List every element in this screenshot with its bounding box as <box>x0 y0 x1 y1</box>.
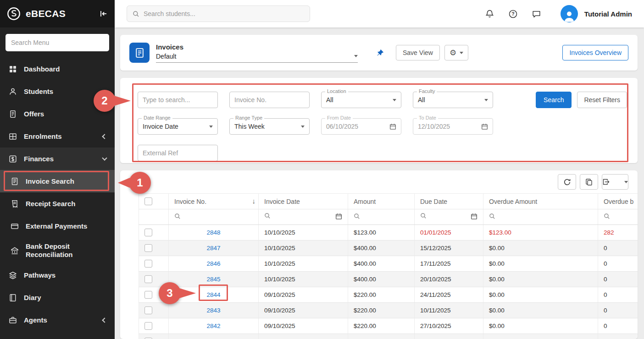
invoice-link[interactable]: 2843 <box>206 307 220 314</box>
sidebar-item-pathways[interactable]: Pathways <box>0 264 115 286</box>
student-search-input[interactable] <box>144 10 304 17</box>
pin-view-icon[interactable] <box>376 49 384 57</box>
calendar-icon[interactable] <box>389 123 396 130</box>
sort-descending-icon[interactable]: ↓ <box>252 197 256 205</box>
keyword-search-input[interactable] <box>143 96 213 104</box>
calendar-icon[interactable] <box>481 123 488 130</box>
location-select[interactable]: Location All <box>321 92 401 108</box>
sidebar-item-students[interactable]: Students <box>0 80 115 103</box>
calendar-icon[interactable] <box>335 213 342 221</box>
column-header-invoice-date[interactable]: Invoice Date <box>259 194 348 209</box>
brand-name: eBECAS <box>26 8 66 19</box>
filter-row-3 <box>138 145 627 161</box>
select-all-checkbox[interactable] <box>144 197 152 205</box>
sidebar-item-diary[interactable]: Diary <box>0 286 115 309</box>
external-ref-input[interactable] <box>143 149 213 157</box>
invoice-link[interactable]: 2842 <box>206 323 220 329</box>
invoice-no-field <box>229 92 310 108</box>
overdue-by-cell: 0 <box>598 318 638 334</box>
row-checkbox[interactable] <box>144 306 152 314</box>
from-date-field[interactable]: From Date 06/10/2025 <box>321 118 401 135</box>
view-settings-button[interactable]: ⚙ <box>444 45 468 60</box>
collapse-sidebar-icon[interactable] <box>99 9 108 18</box>
sidebar-item-offers[interactable]: Offers <box>0 103 115 125</box>
faculty-select[interactable]: Faculty All <box>413 92 493 108</box>
chevron-down-icon <box>301 126 305 128</box>
overdue-by-cell: 0 <box>598 272 638 287</box>
column-header-overdue-by[interactable]: Overdue b <box>598 194 638 209</box>
sidebar-item-invoice-search[interactable]: Invoice Search <box>0 170 115 192</box>
sidebar-menu-search <box>6 34 109 51</box>
invoice-link[interactable]: 2844 <box>206 291 220 298</box>
menu-search-input[interactable] <box>6 34 109 51</box>
amount-cell: $400.00 <box>348 241 415 256</box>
search-icon <box>133 11 139 17</box>
due-date-cell: 17/11/2025 <box>415 256 483 272</box>
invoice-link[interactable]: 2845 <box>206 276 220 283</box>
row-checkbox[interactable] <box>144 275 152 283</box>
sidebar-item-receipt-search[interactable]: Receipt Search <box>0 192 115 215</box>
filter-overdue-by[interactable] <box>598 209 638 225</box>
row-checkbox[interactable] <box>144 260 152 268</box>
help-icon[interactable]: ? <box>508 9 518 19</box>
amount-cell: $220.00 <box>348 318 415 334</box>
sidebar-item-external-payments[interactable]: External Payments <box>0 215 115 237</box>
pathways-icon <box>8 271 17 279</box>
sidebar-item-agents[interactable]: Agents <box>0 309 115 331</box>
sidebar-item-crm[interactable]: CRM <box>0 331 115 339</box>
amount-cell: $400.00 <box>348 272 415 287</box>
sidebar-item-finances[interactable]: Finances <box>0 148 115 170</box>
column-header-amount[interactable]: Amount <box>348 194 415 209</box>
select-all-cell <box>139 194 169 209</box>
view-select[interactable]: Default <box>156 53 358 63</box>
notifications-bell-icon[interactable] <box>485 9 494 19</box>
sidebar: eBECAS Dashboard Students Offers <box>0 0 115 339</box>
table-row: 2842 09/10/2025 $220.00 27/10/2025 $0.00… <box>139 318 638 334</box>
filter-invoice-date[interactable] <box>259 209 348 225</box>
save-view-button[interactable]: Save View <box>396 45 440 60</box>
row-checkbox[interactable] <box>144 322 152 330</box>
filter-row-1: Location All Faculty All Search Reset Fi… <box>138 92 627 108</box>
due-date-cell: 20/10/2025 <box>415 272 483 287</box>
invoice-no-input[interactable] <box>234 96 305 104</box>
date-range-select[interactable]: Date Range Invoice Date <box>138 118 218 135</box>
invoice-link[interactable]: 2847 <box>206 245 220 252</box>
invoice-table: Invoice No. ↓ Invoice Date Amount Due Da… <box>139 193 638 339</box>
external-payments-icon <box>10 222 19 230</box>
chevron-down-icon <box>460 52 463 54</box>
sidebar-item-enrolments[interactable]: Enrolments <box>0 125 115 148</box>
row-checkbox[interactable] <box>144 229 152 236</box>
invoice-date-cell: 09/10/2025 <box>259 287 348 303</box>
search-button[interactable]: Search <box>536 92 572 108</box>
sidebar-item-bank-deposit-reconciliation[interactable]: Bank Deposit Reconciliation <box>0 237 115 264</box>
column-header-overdue-amount[interactable]: Overdue Amount <box>483 194 598 209</box>
user-menu[interactable]: Tutorial Admin <box>561 5 632 22</box>
to-date-field[interactable]: To Date 12/10/2025 <box>413 118 493 135</box>
row-checkbox[interactable] <box>144 291 152 299</box>
refresh-button[interactable] <box>558 174 576 190</box>
filter-due-date[interactable] <box>415 209 483 225</box>
chevron-down-icon <box>209 126 213 128</box>
invoice-link[interactable]: 2846 <box>206 260 220 267</box>
chevron-down-icon <box>393 99 396 101</box>
calendar-icon[interactable] <box>471 213 477 221</box>
row-checkbox[interactable] <box>144 244 152 252</box>
table-row: 2843 09/10/2025 $220.00 10/11/2025 $0.00… <box>139 303 638 318</box>
table-row: 2846 10/10/2025 $400.00 17/11/2025 $0.00… <box>139 256 638 272</box>
range-type-select[interactable]: Range Type This Week <box>229 118 310 135</box>
filter-overdue-amount[interactable] <box>483 209 598 225</box>
column-header-due-date[interactable]: Due Date <box>415 194 483 209</box>
column-header-invoice-no[interactable]: Invoice No. ↓ <box>169 194 259 209</box>
invoice-table-wrap: Invoice No. ↓ Invoice Date Amount Due Da… <box>139 193 638 339</box>
page-title: Invoices <box>156 43 358 51</box>
chat-icon[interactable] <box>532 9 541 19</box>
filter-amount[interactable] <box>348 209 415 225</box>
copy-button[interactable] <box>580 174 598 190</box>
filter-invoice-no[interactable] <box>169 209 259 225</box>
export-button[interactable] <box>602 174 628 190</box>
enrolments-icon <box>8 132 17 141</box>
invoices-overview-button[interactable]: Invoices Overview <box>562 45 628 60</box>
invoice-link[interactable]: 2848 <box>206 229 220 236</box>
reset-filters-button[interactable]: Reset Filters <box>577 92 627 108</box>
sidebar-item-dashboard[interactable]: Dashboard <box>0 58 115 80</box>
